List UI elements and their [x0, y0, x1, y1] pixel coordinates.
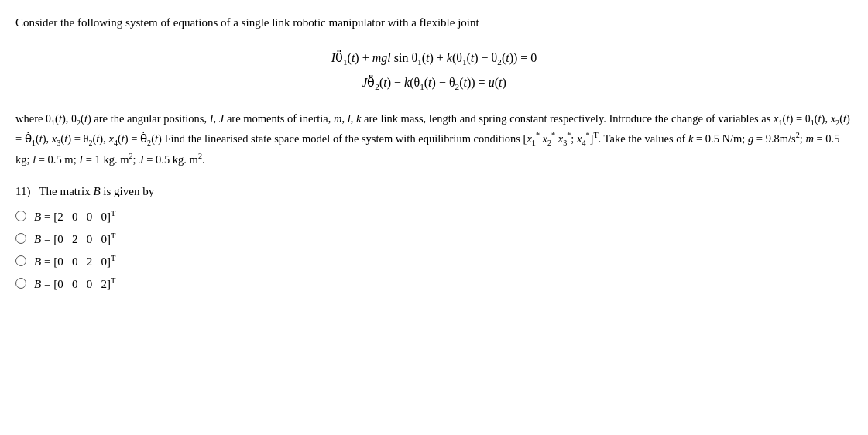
option-d-row[interactable]: B = [0 0 0 2]T: [15, 276, 853, 291]
option-a-radio[interactable]: [15, 211, 26, 221]
option-b-radio[interactable]: [15, 233, 26, 244]
equation-2: Jθ̈2(t) − k(θ1(t) − θ2(t)) = u(t): [15, 70, 853, 96]
option-c-formula: B = [0 0 2 0]T: [34, 254, 115, 269]
question-block: 11) The matrix B is given by B = [2 0 0 …: [15, 185, 853, 291]
description-text: where θ1(t), θ2(t) are the angular posit…: [15, 110, 853, 170]
option-d-radio[interactable]: [15, 278, 26, 289]
equations-block: Iθ̈1(t) + mgl sin θ1(t) + k(θ1(t) − θ2(t…: [15, 46, 853, 96]
equation-1: Iθ̈1(t) + mgl sin θ1(t) + k(θ1(t) − θ2(t…: [15, 46, 853, 71]
option-a-row[interactable]: B = [2 0 0 0]T: [15, 209, 853, 224]
question-number: 11): [15, 185, 30, 197]
option-b-row[interactable]: B = [0 2 0 0]T: [15, 231, 853, 246]
option-c-row[interactable]: B = [0 0 2 0]T: [15, 254, 853, 269]
option-a-formula: B = [2 0 0 0]T: [34, 209, 115, 224]
option-d-formula: B = [0 0 0 2]T: [34, 276, 115, 291]
question-title: 11) The matrix B is given by: [15, 185, 853, 198]
option-c-radio[interactable]: [15, 255, 26, 266]
option-b-formula: B = [0 2 0 0]T: [34, 231, 115, 246]
intro-text: Consider the following system of equatio…: [15, 14, 853, 32]
